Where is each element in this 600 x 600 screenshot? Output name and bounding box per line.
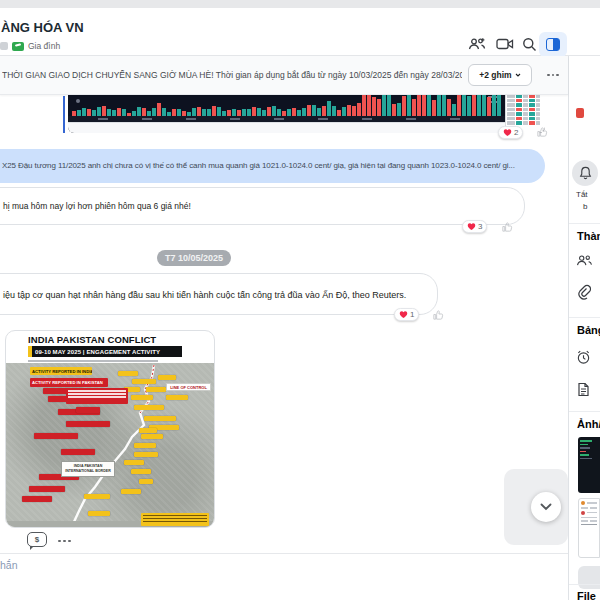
trading-chart-image-message[interactable] [68,93,545,133]
mute-notifications-button[interactable] [572,160,598,186]
toggle-sidebar-button[interactable] [539,32,567,57]
messenger-app: ÀNG HÓA VN Gia đình THỜI GIAN G [0,0,600,600]
heart-icon [503,128,512,137]
chat-subtitle: Gia đình [28,41,60,51]
reaction-badge[interactable]: 3 [462,220,487,233]
reaction-count: 3 [478,222,482,231]
pinned-count-button[interactable]: +2 ghim [468,64,532,86]
message-text: hị mua hôm nay lợi hơn phiên hôm qua 6 g… [3,201,191,211]
mute-label-line1: Tắt [576,190,588,199]
chat-subtitle-row[interactable]: Gia đình [0,40,60,52]
map-title: INDIA PAKISTAN CONFLICT [28,334,156,345]
message-text: X25 Đậu tương 11/2025 anh chị chưa có vị… [2,161,540,170]
heart-icon [467,222,476,231]
message-bubble-reuters[interactable]: iệu tập cơ quan hạt nhân hàng đầu sau kh… [0,273,438,315]
map-subtitle-bar: 09-10 MAY 2025 | ENGAGEMENT ACTIVITY [28,346,182,357]
reaction-badge[interactable]: 1 [394,308,419,321]
add-members-icon[interactable] [467,35,487,53]
line-of-control-label: LINE OF CONTROL [166,383,211,391]
chart-volume-bars [72,95,502,116]
like-quick-react-icon[interactable] [536,126,548,138]
search-icon[interactable] [519,35,539,53]
map-note-box [141,513,209,526]
media-thumbnail-chart[interactable] [578,437,600,493]
chat-bubble-icon[interactable]: $ [27,532,47,547]
pinned-count-label: +2 ghim [479,70,511,80]
members-icon[interactable] [576,253,593,271]
heart-icon [399,310,408,319]
message-bubble-advice[interactable]: hị mua hôm nay lợi hơn phiên hôm qua 6 g… [0,187,525,225]
like-quick-react-icon[interactable] [501,221,513,233]
alarm-clock-icon[interactable] [576,350,591,369]
chevron-down-icon [540,503,552,511]
map-micro-text [28,360,158,362]
sidebar-section-members: Thàn [577,230,600,242]
pinned-message-banner[interactable]: THỜI GIAN GIAO DỊCH CHUYỂN SANG GIỜ MÙA … [0,56,568,95]
chat-title: ÀNG HÓA VN [1,20,84,35]
video-call-icon[interactable] [495,35,515,53]
legend-pakistan: ACTIVITY REPORTED IN PAKISTAN [30,378,108,387]
international-border-label: INDIA PAKISTAN INTERNATIONAL BORDER [61,461,115,477]
bell-icon [579,166,592,180]
chat-header: ÀNG HÓA VN Gia đình [0,8,600,56]
map-infographic-image-message[interactable]: INDIA PAKISTAN CONFLICT 09-10 MAY 2025 |… [5,330,215,528]
panel-right-icon [546,38,560,51]
sidebar-section-board: Bảng [577,324,600,336]
date-divider: T7 10/05/2025 [157,250,231,266]
link-icon[interactable] [577,284,591,304]
mute-label-line2: b [583,202,587,211]
more-options-icon[interactable] [58,538,78,544]
bubble-glyph: $ [35,535,39,544]
banner-more-options-icon[interactable] [544,69,562,81]
message-text: iệu tập cơ quan hạt nhân hàng đầu sau kh… [3,290,406,300]
message-bubble-soybean[interactable]: X25 Đậu tương 11/2025 anh chị chưa có vị… [0,149,545,183]
composer-placeholder-fragment[interactable]: hắn [0,559,18,571]
conversation-info-panel: Tắt b Thàn Bảng Ảnh/ [569,56,600,600]
sidebar-section-media: Ảnh/ [577,418,600,430]
composer-divider [0,553,568,554]
legend-india: ACTIVITY REPORTED IN INDIA [30,367,92,375]
reaction-count: 1 [410,310,414,319]
map-red-info-box [66,388,128,404]
like-quick-react-icon[interactable] [432,309,444,321]
reaction-badge[interactable]: 2 [498,126,523,139]
message-selection-edge [63,96,65,133]
cut-avatar-icon [0,42,8,50]
reaction-count: 2 [514,128,518,137]
group-avatar-fragment [576,108,584,118]
yellow-accent [28,346,32,357]
document-icon[interactable] [577,382,590,401]
map-subtitle: 09-10 MAY 2025 | ENGAGEMENT ACTIVITY [35,349,160,355]
pinned-message-text: THỜI GIAN GIAO DỊCH CHUYỂN SANG GIỜ MÙA … [2,70,462,80]
community-tag-icon [12,42,24,51]
media-thumbnail-post[interactable] [578,498,600,558]
sidebar-section-files: File [577,590,596,600]
chart-toolbar [68,122,505,133]
scroll-to-bottom-button[interactable] [531,492,561,522]
chevron-down-icon [515,73,521,77]
media-thumbnail-placeholder[interactable] [578,566,600,589]
window-top-strip [0,0,600,8]
